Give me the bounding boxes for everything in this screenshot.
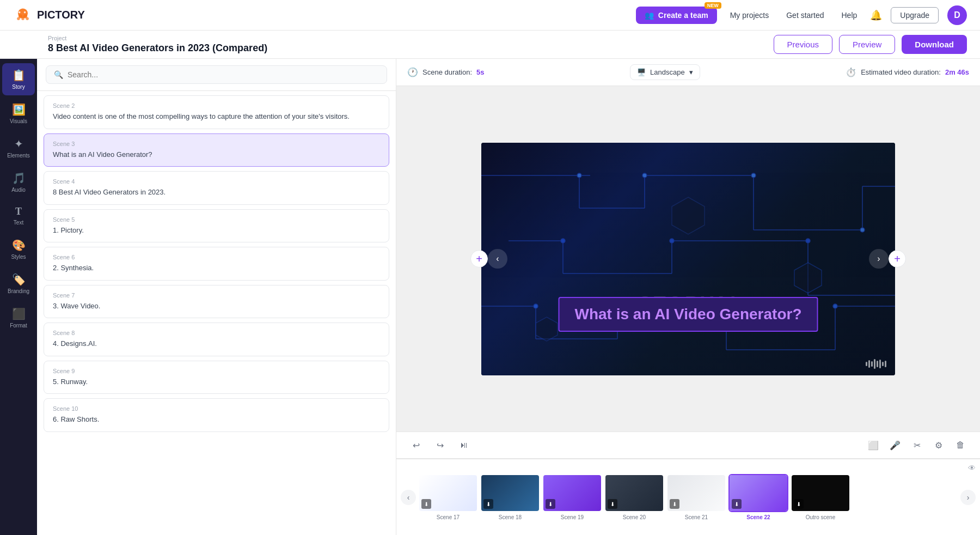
svg-point-3 [17, 17, 20, 20]
help-link[interactable]: Help [837, 9, 862, 22]
top-navigation: PICTORY 👥 Create a team NEW My projects … [0, 0, 980, 31]
svg-point-4 [21, 17, 24, 20]
story-icon: 📋 [12, 69, 26, 82]
timeline-scene-18[interactable]: ⬇ Scene 18 [480, 474, 540, 520]
scene-text: 4. Designs.AI. [53, 338, 380, 349]
timeline-thumb-22[interactable]: ⬇ [728, 474, 788, 512]
timeline-scene-20[interactable]: ⬇ Scene 20 [604, 474, 664, 520]
thumb-overlay-17[interactable]: ⬇ [421, 499, 431, 509]
thumb-overlay-20[interactable]: ⬇ [608, 499, 617, 509]
microphone-button[interactable]: 🎤 [886, 436, 904, 454]
timeline-thumb-20[interactable]: ⬇ [604, 474, 664, 512]
timeline-thumb-21[interactable]: ⬇ [666, 474, 726, 512]
timeline-thumb-19[interactable]: ⬇ [542, 474, 602, 512]
project-label: Project [48, 35, 267, 41]
svg-point-40 [534, 304, 538, 308]
scene-card-10[interactable]: Scene 10 6. Raw Shorts. [44, 398, 389, 432]
logo[interactable]: PICTORY [13, 5, 85, 25]
orientation-selector[interactable]: 🖥️ Landscape ▾ [630, 64, 700, 80]
scissors-button[interactable]: ✂ [908, 436, 926, 454]
orientation-label: Landscape [650, 68, 685, 76]
timeline-next-button[interactable]: › [960, 490, 976, 505]
scene-card-2[interactable]: Scene 2 Video content is one of the most… [44, 95, 389, 129]
add-scene-left-button[interactable]: + [470, 250, 488, 268]
prev-scene-arrow[interactable]: ‹ [488, 249, 507, 269]
redo-button[interactable]: ↪ [431, 436, 449, 454]
scene-label: Scene 7 [53, 292, 380, 299]
thumb-overlay-19[interactable]: ⬇ [546, 499, 555, 509]
create-team-button[interactable]: 👥 Create a team NEW [636, 7, 717, 24]
scene-card-6[interactable]: Scene 6 2. Synthesia. [44, 247, 389, 281]
timeline-thumb-17[interactable]: ⬇ [418, 474, 478, 512]
timeline-scene-22[interactable]: ⬇ Scene 22 [728, 474, 788, 520]
search-icon: 🔍 [54, 70, 63, 79]
chevron-down-icon: ▾ [689, 68, 693, 76]
thumb-overlay-icon: ⬇ [424, 501, 428, 507]
scene-duration-group: 🕐 Scene duration: 5s [407, 67, 485, 77]
timeline-scene-19[interactable]: ⬇ Scene 19 [542, 474, 602, 520]
search-input[interactable] [68, 70, 379, 79]
sidebar-item-story[interactable]: 📋 Story [2, 63, 35, 95]
scene-label: Scene 9 [53, 368, 380, 374]
visuals-icon: 🖼️ [12, 103, 26, 116]
audio-icon: 🎵 [12, 172, 26, 185]
scene-card-9[interactable]: Scene 9 5. Runway. [44, 361, 389, 394]
video-preview: ‹ › STORYAI What is an AI Video Generato… [481, 143, 895, 375]
preview-button[interactable]: Preview [839, 35, 895, 54]
timeline-scene-21[interactable]: ⬇ Scene 21 [666, 474, 726, 520]
delete-button[interactable]: 🗑 [952, 436, 969, 454]
timeline-scene-17[interactable]: ⬇ Scene 17 [418, 474, 478, 520]
clock-icon: 🕐 [407, 67, 418, 77]
sidebar-item-text[interactable]: T Text [2, 200, 35, 231]
timeline-scene-outro[interactable]: ⬇ Outro scene [791, 474, 850, 520]
svg-marker-46 [794, 263, 822, 293]
sidebar-story-label: Story [12, 84, 24, 90]
sidebar-visuals-label: Visuals [10, 118, 27, 124]
estimated-duration-group: ⏱️ Estimated video duration: 2m 46s [846, 67, 969, 77]
thumb-overlay-18[interactable]: ⬇ [483, 499, 493, 509]
scene-card-5[interactable]: Scene 5 1. Pictory. [44, 209, 389, 243]
avatar[interactable]: D [947, 5, 967, 25]
thumb-overlay-22[interactable]: ⬇ [732, 499, 742, 509]
thumb-overlay-outro[interactable]: ⬇ [794, 499, 804, 509]
settings-button[interactable]: ⚙ [930, 436, 947, 454]
landscape-icon: 🖥️ [637, 68, 646, 76]
notifications-bell-icon[interactable]: 🔔 [870, 9, 882, 21]
download-button[interactable]: Download [902, 35, 967, 54]
undo-button[interactable]: ↩ [407, 436, 425, 454]
timeline-prev-button[interactable]: ‹ [401, 490, 416, 505]
caption-toggle-button[interactable]: ⬜ [865, 436, 882, 454]
sidebar-format-label: Format [10, 323, 27, 329]
svg-point-33 [577, 173, 581, 178]
scene-card-4[interactable]: Scene 4 8 Best AI Video Generators in 20… [44, 171, 389, 205]
my-projects-link[interactable]: My projects [726, 9, 774, 22]
sidebar-item-format[interactable]: ⬛ Format [2, 302, 35, 334]
timeline-thumb-outro[interactable]: ⬇ [791, 474, 850, 512]
elements-icon: ✦ [14, 137, 23, 150]
scene-card-7[interactable]: Scene 7 3. Wave Video. [44, 285, 389, 319]
search-wrapper: 🔍 [46, 65, 387, 84]
play-button[interactable]: ⏯ [455, 436, 473, 454]
scene-text: 8 Best AI Video Generators in 2023. [53, 187, 380, 198]
scene-list-panel: 🔍 Scene 2 Video content is one of the mo… [37, 59, 396, 535]
get-started-link[interactable]: Get started [782, 9, 828, 22]
sidebar-item-branding[interactable]: 🏷️ Branding [2, 268, 35, 300]
sidebar-item-audio[interactable]: 🎵 Audio [2, 166, 35, 198]
svg-marker-44 [672, 197, 705, 234]
sidebar-item-visuals[interactable]: 🖼️ Visuals [2, 98, 35, 130]
scene-scroll-area[interactable]: Scene 2 Video content is one of the most… [37, 91, 396, 535]
add-scene-right-button[interactable]: + [889, 250, 906, 268]
timeline-thumb-18[interactable]: ⬇ [480, 474, 540, 512]
main-content: 📋 Story 🖼️ Visuals ✦ Elements 🎵 Audio T … [0, 59, 980, 535]
thumb-overlay-21[interactable]: ⬇ [670, 499, 679, 509]
scene-card-3[interactable]: Scene 3 What is an AI Video Generator? [44, 133, 389, 167]
upgrade-button[interactable]: Upgrade [891, 7, 939, 23]
hide-timeline-icon[interactable]: 👁 [968, 464, 976, 472]
circuit-svg [481, 143, 895, 375]
next-scene-arrow[interactable]: › [869, 249, 889, 269]
previous-button[interactable]: Previous [774, 35, 832, 54]
sidebar-item-styles[interactable]: 🎨 Styles [2, 233, 35, 265]
scene-card-8[interactable]: Scene 8 4. Designs.AI. [44, 323, 389, 356]
sidebar-item-elements[interactable]: ✦ Elements [2, 132, 35, 164]
timeline-scene-label-outro: Outro scene [806, 514, 835, 520]
